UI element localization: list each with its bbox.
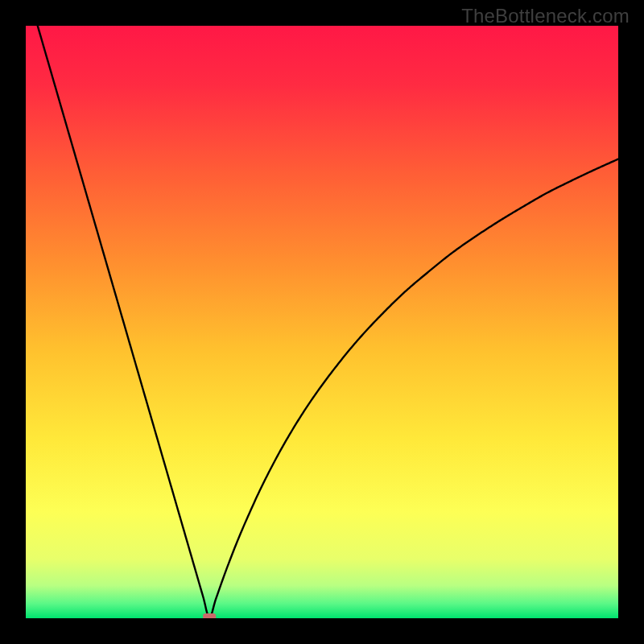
gradient-background <box>26 26 618 618</box>
chart-frame: TheBottleneck.com <box>0 0 644 644</box>
plot-area <box>26 26 618 618</box>
minimum-marker <box>203 613 216 618</box>
watermark-text: TheBottleneck.com <box>461 5 630 27</box>
